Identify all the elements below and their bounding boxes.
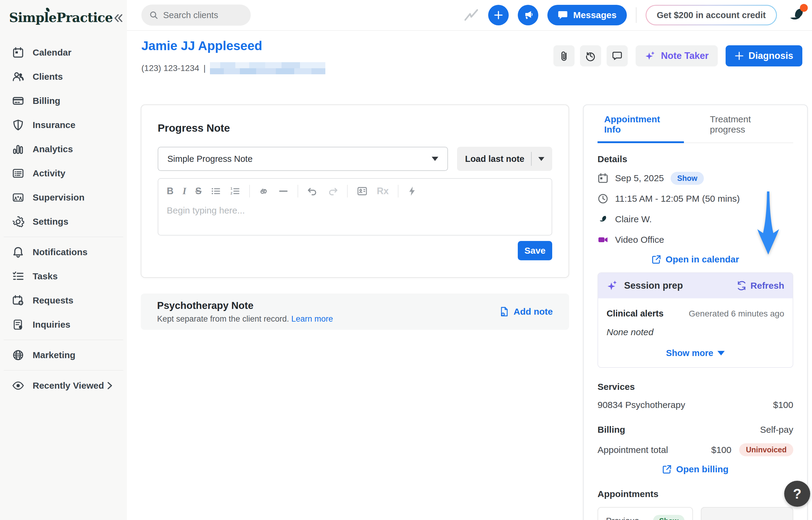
service-amount: $100 (773, 400, 793, 410)
clinician-name: Claire W. (615, 214, 652, 224)
previous-label: Previous (606, 516, 639, 520)
rx-button[interactable]: Rx (377, 186, 389, 197)
sidebar-item-tasks[interactable]: Tasks (0, 264, 127, 288)
sidebar-item-supervision[interactable]: Supervision (0, 185, 127, 210)
help-button[interactable]: ? (784, 481, 810, 507)
refresh-button[interactable]: Refresh (736, 281, 784, 291)
client-header-actions: Note Taker Diagnosis (553, 45, 802, 67)
sidebar-item-recently-viewed[interactable]: Recently Viewed (0, 373, 127, 398)
svg-text:1: 1 (230, 187, 232, 190)
trend-sparkline-icon[interactable] (463, 8, 479, 22)
sidebar-item-analytics[interactable]: Analytics (0, 137, 127, 161)
toolbar-divider (249, 185, 250, 198)
account-credit-button[interactable]: Get $200 in account credit (645, 5, 777, 25)
learn-more-link[interactable]: Learn more (291, 314, 333, 323)
tab-appointment-info[interactable]: Appointment Info (598, 105, 684, 143)
sidebar-item-marketing[interactable]: Marketing (0, 343, 127, 367)
search-box[interactable] (142, 4, 251, 26)
show-more-button[interactable]: Show more (607, 348, 784, 358)
sidebar-divider (4, 237, 123, 237)
link-button[interactable] (259, 186, 269, 196)
chevron-down-icon[interactable] (538, 157, 544, 161)
credit-card-icon (12, 95, 24, 107)
refresh-icon (736, 281, 747, 291)
numbered-list-button[interactable]: 12 (230, 186, 240, 196)
clients-icon (12, 71, 24, 83)
add-diagnosis-button[interactable]: Diagnosis (726, 45, 802, 67)
load-last-note-button[interactable]: Load last note (457, 147, 552, 171)
attachments-button[interactable] (553, 45, 575, 67)
sidebar-item-calendar[interactable]: Calendar (0, 41, 127, 64)
toolbar-divider (347, 185, 348, 198)
brand-logo[interactable]: SimplePractice (9, 10, 113, 25)
save-button[interactable]: Save (518, 241, 552, 260)
avatar[interactable] (786, 4, 807, 26)
svg-text:2: 2 (230, 191, 232, 195)
announcements-button[interactable] (518, 5, 538, 25)
calendar-icon (12, 47, 24, 58)
details-heading: Details (598, 154, 793, 164)
detail-date-row: Sep 5, 2025 Show (598, 172, 793, 185)
sidebar-item-inquiries[interactable]: Inquiries (0, 313, 127, 337)
chat-bubble-icon (558, 10, 568, 20)
open-billing-link[interactable]: Open billing (598, 464, 793, 474)
note-taker-button[interactable]: Note Taker (636, 45, 718, 67)
sidebar-item-settings[interactable]: Settings (0, 210, 127, 234)
sidebar-item-billing[interactable]: Billing (0, 89, 127, 113)
plus-icon (735, 51, 744, 60)
progress-note-title: Progress Note (158, 122, 552, 134)
create-new-button[interactable] (488, 5, 509, 25)
comment-button[interactable] (607, 45, 628, 67)
undo-button[interactable] (307, 186, 318, 196)
chevron-down-icon (432, 157, 438, 161)
italic-button[interactable]: I (182, 186, 186, 197)
appointment-total-row: Appointment total $100 Uninvoiced (598, 443, 793, 456)
chevron-right-icon (106, 382, 113, 390)
sparkles-icon (645, 50, 656, 61)
appointment-location: Video Office (615, 235, 664, 245)
editor-placeholder[interactable]: Begin typing here... (167, 205, 543, 216)
contact-card-button[interactable] (357, 186, 367, 196)
calendar-plus-icon (12, 294, 24, 307)
sidebar-item-clients[interactable]: Clients (0, 64, 127, 89)
add-note-button[interactable]: Add note (499, 307, 553, 317)
sidebar-item-requests[interactable]: Requests (0, 288, 127, 313)
toolbar-divider (398, 185, 399, 198)
sidebar-item-insurance[interactable]: Insurance (0, 113, 127, 137)
progress-note-card: Progress Note Simple Progress Note Load … (141, 104, 569, 278)
sidebar-item-activity[interactable]: Activity (0, 161, 127, 185)
gear-icon (12, 216, 24, 228)
bell-icon (12, 246, 24, 258)
sidebar: SimplePractice Calendar Clients Billing … (0, 0, 127, 520)
bold-button[interactable]: B (167, 186, 173, 197)
app-screen: SimplePractice Calendar Clients Billing … (0, 0, 812, 520)
bullet-list-button[interactable] (210, 186, 221, 196)
sidebar-nav: Calendar Clients Billing Insurance Analy… (0, 41, 127, 398)
supervision-icon (12, 191, 24, 204)
leaf-icon (44, 7, 51, 14)
open-in-calendar-link[interactable]: Open in calendar (598, 254, 793, 264)
video-camera-icon (598, 234, 608, 245)
search-input[interactable] (163, 10, 242, 20)
redo-button[interactable] (327, 186, 338, 196)
status-badge: Show (670, 172, 704, 185)
previous-appointment-card[interactable]: Previous Show Sep 3, 2025 11:15 AM - 12:… (598, 507, 693, 520)
messages-button[interactable]: Messages (548, 5, 627, 25)
calendar-icon (598, 173, 608, 184)
tab-treatment-progress[interactable]: Treatment progress (703, 105, 793, 142)
editor-toolbar: B I S 12 (167, 185, 543, 198)
client-name-link[interactable]: Jamie JJ Appleseed (142, 38, 262, 53)
button-divider (531, 152, 532, 166)
note-template-select[interactable]: Simple Progress Note (158, 147, 448, 171)
note-editor[interactable]: B I S 12 (158, 178, 552, 236)
history-button[interactable] (580, 45, 601, 67)
lightning-button[interactable] (407, 186, 416, 196)
horizontal-rule-button[interactable] (278, 186, 288, 196)
activity-list-icon (12, 167, 24, 179)
strikethrough-button[interactable]: S (195, 186, 202, 197)
billing-heading: Billing (598, 424, 625, 435)
sidebar-item-notifications[interactable]: Notifications (0, 240, 127, 264)
sidebar-collapse-icon[interactable] (113, 12, 124, 25)
sparkles-icon (607, 280, 619, 292)
paperclip-icon (559, 50, 569, 61)
